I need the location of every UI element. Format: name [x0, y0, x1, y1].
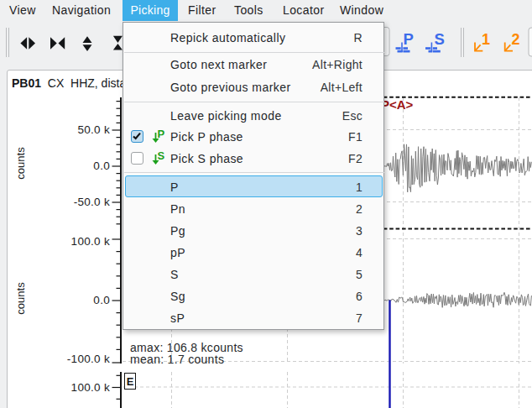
- svg-text:1: 1: [482, 31, 490, 48]
- svg-text:S: S: [435, 30, 445, 48]
- svg-text:P: P: [158, 128, 165, 140]
- svg-text:P: P: [404, 30, 414, 48]
- svg-text:2: 2: [512, 31, 520, 48]
- svg-text:S: S: [158, 149, 165, 162]
